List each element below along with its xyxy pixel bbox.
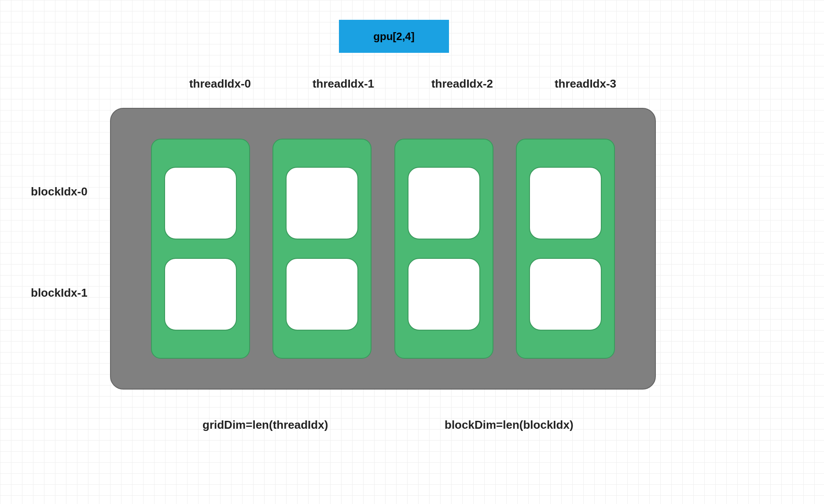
- footer-griddim: gridDim=len(threadIdx): [202, 418, 328, 432]
- cell-block1-thread2: [408, 258, 480, 331]
- footer-blockdim: blockDim=len(blockIdx): [445, 418, 574, 432]
- cell-block0-thread2: [408, 167, 480, 239]
- thread-column-1: [272, 139, 372, 359]
- cell-block0-thread0: [164, 167, 237, 239]
- cell-block1-thread1: [286, 258, 358, 331]
- gpu-container: [110, 108, 656, 390]
- gpu-title-text: gpu[2,4]: [373, 30, 414, 43]
- thread-column-0: [151, 139, 250, 359]
- gpu-title-chip: gpu[2,4]: [339, 20, 449, 53]
- thread-header-2: threadIdx-2: [401, 77, 524, 91]
- cell-block1-thread0: [164, 258, 237, 331]
- block-label-1: blockIdx-1: [31, 286, 88, 300]
- block-label-0: blockIdx-0: [31, 185, 88, 199]
- thread-column-2: [394, 139, 493, 359]
- thread-column-3: [516, 139, 615, 359]
- thread-header-0: threadIdx-0: [158, 77, 282, 91]
- cell-block0-thread1: [286, 167, 358, 239]
- cell-block1-thread3: [529, 258, 602, 331]
- cell-block0-thread3: [529, 167, 602, 239]
- thread-header-1: threadIdx-1: [282, 77, 405, 91]
- thread-header-3: threadIdx-3: [524, 77, 647, 91]
